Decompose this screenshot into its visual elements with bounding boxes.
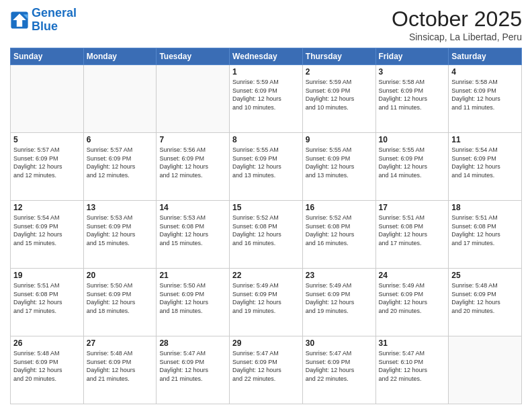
day-info: Sunrise: 5:50 AM Sunset: 6:09 PM Dayligh…: [159, 281, 226, 315]
calendar-cell: 25Sunrise: 5:48 AM Sunset: 6:09 PM Dayli…: [449, 269, 522, 336]
day-number: 5: [13, 135, 81, 144]
calendar-week-3: 19Sunrise: 5:51 AM Sunset: 6:08 PM Dayli…: [11, 269, 522, 336]
day-info: Sunrise: 5:49 AM Sunset: 6:09 PM Dayligh…: [379, 281, 446, 315]
day-info: Sunrise: 5:57 AM Sunset: 6:09 PM Dayligh…: [13, 146, 81, 179]
day-info: Sunrise: 5:47 AM Sunset: 6:10 PM Dayligh…: [379, 349, 446, 383]
calendar-cell: 28Sunrise: 5:47 AM Sunset: 6:09 PM Dayli…: [157, 336, 230, 404]
calendar-cell: 1Sunrise: 5:59 AM Sunset: 6:09 PM Daylig…: [230, 65, 303, 133]
day-info: Sunrise: 5:58 AM Sunset: 6:09 PM Dayligh…: [379, 78, 446, 111]
page: General Blue October 2025 Sinsicap, La L…: [0, 0, 532, 411]
calendar-cell: 15Sunrise: 5:52 AM Sunset: 6:08 PM Dayli…: [230, 201, 303, 269]
day-number: 21: [159, 271, 226, 280]
day-number: 13: [87, 203, 154, 212]
day-info: Sunrise: 5:51 AM Sunset: 6:08 PM Dayligh…: [13, 281, 81, 315]
calendar-cell: 23Sunrise: 5:49 AM Sunset: 6:09 PM Dayli…: [302, 269, 375, 336]
day-number: 14: [159, 203, 226, 212]
calendar-cell: 3Sunrise: 5:58 AM Sunset: 6:09 PM Daylig…: [375, 65, 449, 133]
day-info: Sunrise: 5:47 AM Sunset: 6:09 PM Dayligh…: [306, 349, 373, 383]
calendar-cell: 4Sunrise: 5:58 AM Sunset: 6:09 PM Daylig…: [449, 65, 522, 133]
day-number: 22: [232, 271, 300, 280]
day-info: Sunrise: 5:50 AM Sunset: 6:09 PM Dayligh…: [87, 281, 154, 315]
calendar-cell: 16Sunrise: 5:52 AM Sunset: 6:08 PM Dayli…: [302, 201, 375, 269]
day-number: 12: [13, 203, 81, 212]
weekday-header-row: Sunday Monday Tuesday Wednesday Thursday…: [11, 48, 522, 65]
day-number: 11: [451, 135, 519, 144]
logo-icon: [10, 11, 29, 30]
day-number: 30: [306, 338, 373, 348]
day-info: Sunrise: 5:51 AM Sunset: 6:08 PM Dayligh…: [379, 214, 446, 247]
calendar-cell: 19Sunrise: 5:51 AM Sunset: 6:08 PM Dayli…: [11, 269, 84, 336]
day-info: Sunrise: 5:52 AM Sunset: 6:08 PM Dayligh…: [306, 214, 373, 247]
day-info: Sunrise: 5:58 AM Sunset: 6:09 PM Dayligh…: [451, 78, 519, 111]
day-number: 4: [451, 67, 519, 77]
calendar-cell: 13Sunrise: 5:53 AM Sunset: 6:09 PM Dayli…: [83, 201, 157, 269]
day-info: Sunrise: 5:55 AM Sunset: 6:09 PM Dayligh…: [306, 146, 373, 179]
calendar-cell: 29Sunrise: 5:47 AM Sunset: 6:09 PM Dayli…: [230, 336, 303, 404]
day-info: Sunrise: 5:55 AM Sunset: 6:09 PM Dayligh…: [232, 146, 300, 179]
header-sunday: Sunday: [11, 48, 84, 65]
header-wednesday: Wednesday: [230, 48, 303, 65]
day-info: Sunrise: 5:57 AM Sunset: 6:09 PM Dayligh…: [87, 146, 154, 179]
calendar-cell: [83, 65, 157, 133]
calendar-cell: 31Sunrise: 5:47 AM Sunset: 6:10 PM Dayli…: [375, 336, 449, 404]
day-number: 23: [306, 271, 373, 280]
day-info: Sunrise: 5:55 AM Sunset: 6:09 PM Dayligh…: [379, 146, 446, 179]
calendar-cell: 18Sunrise: 5:51 AM Sunset: 6:08 PM Dayli…: [449, 201, 522, 269]
calendar-cell: 22Sunrise: 5:49 AM Sunset: 6:09 PM Dayli…: [230, 269, 303, 336]
calendar-cell: 9Sunrise: 5:55 AM Sunset: 6:09 PM Daylig…: [302, 133, 375, 201]
day-number: 29: [232, 338, 300, 348]
calendar-cell: 14Sunrise: 5:53 AM Sunset: 6:08 PM Dayli…: [157, 201, 230, 269]
day-info: Sunrise: 5:56 AM Sunset: 6:09 PM Dayligh…: [159, 146, 226, 179]
day-number: 27: [87, 338, 154, 348]
day-number: 15: [232, 203, 300, 212]
calendar-cell: 10Sunrise: 5:55 AM Sunset: 6:09 PM Dayli…: [375, 133, 449, 201]
header-thursday: Thursday: [302, 48, 375, 65]
calendar-cell: [449, 336, 522, 404]
calendar-cell: 20Sunrise: 5:50 AM Sunset: 6:09 PM Dayli…: [83, 269, 157, 336]
calendar-cell: 5Sunrise: 5:57 AM Sunset: 6:09 PM Daylig…: [11, 133, 84, 201]
calendar-cell: 17Sunrise: 5:51 AM Sunset: 6:08 PM Dayli…: [375, 201, 449, 269]
day-info: Sunrise: 5:59 AM Sunset: 6:09 PM Dayligh…: [232, 78, 300, 111]
calendar-cell: 6Sunrise: 5:57 AM Sunset: 6:09 PM Daylig…: [83, 133, 157, 201]
logo-text: General Blue: [32, 7, 77, 34]
calendar-cell: 7Sunrise: 5:56 AM Sunset: 6:09 PM Daylig…: [157, 133, 230, 201]
day-info: Sunrise: 5:48 AM Sunset: 6:09 PM Dayligh…: [451, 281, 519, 315]
header-tuesday: Tuesday: [157, 48, 230, 65]
calendar-cell: [11, 65, 84, 133]
day-info: Sunrise: 5:48 AM Sunset: 6:09 PM Dayligh…: [87, 349, 154, 383]
day-info: Sunrise: 5:59 AM Sunset: 6:09 PM Dayligh…: [306, 78, 373, 111]
month-title: October 2025: [392, 7, 522, 32]
calendar-week-0: 1Sunrise: 5:59 AM Sunset: 6:09 PM Daylig…: [11, 65, 522, 133]
day-number: 31: [379, 338, 446, 348]
day-number: 28: [159, 338, 226, 348]
day-number: 8: [232, 135, 300, 144]
day-info: Sunrise: 5:54 AM Sunset: 6:09 PM Dayligh…: [13, 214, 81, 247]
header-monday: Monday: [83, 48, 157, 65]
day-number: 7: [159, 135, 226, 144]
day-number: 26: [13, 338, 81, 348]
day-number: 20: [87, 271, 154, 280]
calendar-cell: 11Sunrise: 5:54 AM Sunset: 6:09 PM Dayli…: [449, 133, 522, 201]
day-number: 16: [306, 203, 373, 212]
day-number: 3: [379, 67, 446, 77]
day-number: 19: [13, 271, 81, 280]
day-number: 18: [451, 203, 519, 212]
calendar-cell: 30Sunrise: 5:47 AM Sunset: 6:09 PM Dayli…: [302, 336, 375, 404]
day-number: 10: [379, 135, 446, 144]
title-block: October 2025 Sinsicap, La Libertad, Peru: [392, 7, 522, 42]
logo-line1: General: [32, 6, 77, 19]
day-info: Sunrise: 5:49 AM Sunset: 6:09 PM Dayligh…: [306, 281, 373, 315]
day-number: 24: [379, 271, 446, 280]
location: Sinsicap, La Libertad, Peru: [392, 32, 522, 42]
day-info: Sunrise: 5:51 AM Sunset: 6:08 PM Dayligh…: [451, 214, 519, 247]
calendar-cell: 2Sunrise: 5:59 AM Sunset: 6:09 PM Daylig…: [302, 65, 375, 133]
header-saturday: Saturday: [449, 48, 522, 65]
day-info: Sunrise: 5:53 AM Sunset: 6:09 PM Dayligh…: [87, 214, 154, 247]
day-info: Sunrise: 5:53 AM Sunset: 6:08 PM Dayligh…: [159, 214, 226, 247]
day-number: 9: [306, 135, 373, 144]
calendar-cell: [157, 65, 230, 133]
day-number: 25: [451, 271, 519, 280]
calendar-cell: 12Sunrise: 5:54 AM Sunset: 6:09 PM Dayli…: [11, 201, 84, 269]
day-number: 2: [306, 67, 373, 77]
day-info: Sunrise: 5:49 AM Sunset: 6:09 PM Dayligh…: [232, 281, 300, 315]
